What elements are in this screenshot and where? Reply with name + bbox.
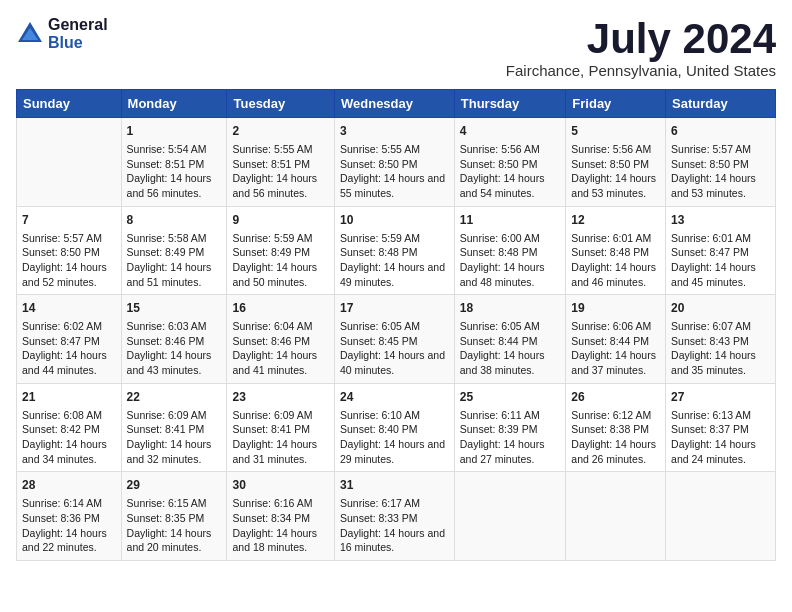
calendar-cell: 7 Sunrise: 5:57 AM Sunset: 8:50 PM Dayli…	[17, 206, 122, 295]
calendar-cell: 27 Sunrise: 6:13 AM Sunset: 8:37 PM Dayl…	[666, 383, 776, 472]
logo-icon	[16, 20, 44, 48]
day-number: 20	[671, 300, 770, 317]
sunset: Sunset: 8:48 PM	[571, 246, 649, 258]
day-number: 12	[571, 212, 660, 229]
week-row-5: 28 Sunrise: 6:14 AM Sunset: 8:36 PM Dayl…	[17, 472, 776, 561]
daylight: Daylight: 14 hours and 51 minutes.	[127, 261, 212, 288]
day-number: 28	[22, 477, 116, 494]
sunset: Sunset: 8:39 PM	[460, 423, 538, 435]
week-row-3: 14 Sunrise: 6:02 AM Sunset: 8:47 PM Dayl…	[17, 295, 776, 384]
subtitle: Fairchance, Pennsylvania, United States	[506, 62, 776, 79]
calendar-cell: 9 Sunrise: 5:59 AM Sunset: 8:49 PM Dayli…	[227, 206, 335, 295]
header-day-sunday: Sunday	[17, 90, 122, 118]
calendar-cell: 10 Sunrise: 5:59 AM Sunset: 8:48 PM Dayl…	[334, 206, 454, 295]
sunset: Sunset: 8:50 PM	[340, 158, 418, 170]
calendar-cell	[454, 472, 566, 561]
calendar-cell: 19 Sunrise: 6:06 AM Sunset: 8:44 PM Dayl…	[566, 295, 666, 384]
sunrise: Sunrise: 5:57 AM	[671, 143, 751, 155]
title-area: July 2024 Fairchance, Pennsylvania, Unit…	[506, 16, 776, 79]
day-number: 30	[232, 477, 329, 494]
sunrise: Sunrise: 6:16 AM	[232, 497, 312, 509]
day-number: 22	[127, 389, 222, 406]
header-day-thursday: Thursday	[454, 90, 566, 118]
sunset: Sunset: 8:51 PM	[127, 158, 205, 170]
header-row: SundayMondayTuesdayWednesdayThursdayFrid…	[17, 90, 776, 118]
daylight: Daylight: 14 hours and 27 minutes.	[460, 438, 545, 465]
header: General Blue July 2024 Fairchance, Penns…	[16, 16, 776, 79]
daylight: Daylight: 14 hours and 55 minutes.	[340, 172, 445, 199]
calendar-cell: 23 Sunrise: 6:09 AM Sunset: 8:41 PM Dayl…	[227, 383, 335, 472]
daylight: Daylight: 14 hours and 22 minutes.	[22, 527, 107, 554]
day-number: 23	[232, 389, 329, 406]
sunrise: Sunrise: 6:04 AM	[232, 320, 312, 332]
sunset: Sunset: 8:44 PM	[460, 335, 538, 347]
sunrise: Sunrise: 5:55 AM	[340, 143, 420, 155]
sunset: Sunset: 8:47 PM	[22, 335, 100, 347]
calendar-cell: 21 Sunrise: 6:08 AM Sunset: 8:42 PM Dayl…	[17, 383, 122, 472]
header-day-monday: Monday	[121, 90, 227, 118]
sunrise: Sunrise: 6:06 AM	[571, 320, 651, 332]
sunrise: Sunrise: 6:03 AM	[127, 320, 207, 332]
sunrise: Sunrise: 5:59 AM	[340, 232, 420, 244]
daylight: Daylight: 14 hours and 40 minutes.	[340, 349, 445, 376]
daylight: Daylight: 14 hours and 54 minutes.	[460, 172, 545, 199]
daylight: Daylight: 14 hours and 32 minutes.	[127, 438, 212, 465]
calendar-cell	[17, 118, 122, 207]
sunset: Sunset: 8:33 PM	[340, 512, 418, 524]
daylight: Daylight: 14 hours and 41 minutes.	[232, 349, 317, 376]
header-day-saturday: Saturday	[666, 90, 776, 118]
calendar-cell: 13 Sunrise: 6:01 AM Sunset: 8:47 PM Dayl…	[666, 206, 776, 295]
day-number: 8	[127, 212, 222, 229]
daylight: Daylight: 14 hours and 34 minutes.	[22, 438, 107, 465]
calendar-cell	[566, 472, 666, 561]
sunset: Sunset: 8:34 PM	[232, 512, 310, 524]
daylight: Daylight: 14 hours and 45 minutes.	[671, 261, 756, 288]
sunset: Sunset: 8:40 PM	[340, 423, 418, 435]
sunrise: Sunrise: 5:56 AM	[460, 143, 540, 155]
day-number: 27	[671, 389, 770, 406]
calendar-cell: 24 Sunrise: 6:10 AM Sunset: 8:40 PM Dayl…	[334, 383, 454, 472]
day-number: 4	[460, 123, 561, 140]
sunset: Sunset: 8:49 PM	[232, 246, 310, 258]
day-number: 10	[340, 212, 449, 229]
sunset: Sunset: 8:36 PM	[22, 512, 100, 524]
sunrise: Sunrise: 5:58 AM	[127, 232, 207, 244]
sunrise: Sunrise: 6:15 AM	[127, 497, 207, 509]
calendar-cell: 14 Sunrise: 6:02 AM Sunset: 8:47 PM Dayl…	[17, 295, 122, 384]
header-day-wednesday: Wednesday	[334, 90, 454, 118]
day-number: 21	[22, 389, 116, 406]
day-number: 25	[460, 389, 561, 406]
header-day-tuesday: Tuesday	[227, 90, 335, 118]
sunset: Sunset: 8:35 PM	[127, 512, 205, 524]
daylight: Daylight: 14 hours and 48 minutes.	[460, 261, 545, 288]
sunrise: Sunrise: 6:05 AM	[340, 320, 420, 332]
daylight: Daylight: 14 hours and 35 minutes.	[671, 349, 756, 376]
day-number: 13	[671, 212, 770, 229]
day-number: 9	[232, 212, 329, 229]
daylight: Daylight: 14 hours and 16 minutes.	[340, 527, 445, 554]
sunrise: Sunrise: 6:07 AM	[671, 320, 751, 332]
calendar-cell: 22 Sunrise: 6:09 AM Sunset: 8:41 PM Dayl…	[121, 383, 227, 472]
calendar-cell: 15 Sunrise: 6:03 AM Sunset: 8:46 PM Dayl…	[121, 295, 227, 384]
calendar-cell: 26 Sunrise: 6:12 AM Sunset: 8:38 PM Dayl…	[566, 383, 666, 472]
sunset: Sunset: 8:47 PM	[671, 246, 749, 258]
day-number: 14	[22, 300, 116, 317]
calendar-body: 1 Sunrise: 5:54 AM Sunset: 8:51 PM Dayli…	[17, 118, 776, 561]
sunset: Sunset: 8:48 PM	[460, 246, 538, 258]
calendar-cell: 30 Sunrise: 6:16 AM Sunset: 8:34 PM Dayl…	[227, 472, 335, 561]
calendar-header: SundayMondayTuesdayWednesdayThursdayFrid…	[17, 90, 776, 118]
sunrise: Sunrise: 6:02 AM	[22, 320, 102, 332]
week-row-4: 21 Sunrise: 6:08 AM Sunset: 8:42 PM Dayl…	[17, 383, 776, 472]
sunrise: Sunrise: 6:00 AM	[460, 232, 540, 244]
sunset: Sunset: 8:49 PM	[127, 246, 205, 258]
sunrise: Sunrise: 6:13 AM	[671, 409, 751, 421]
sunset: Sunset: 8:50 PM	[460, 158, 538, 170]
day-number: 31	[340, 477, 449, 494]
main-title: July 2024	[506, 16, 776, 62]
day-number: 18	[460, 300, 561, 317]
daylight: Daylight: 14 hours and 44 minutes.	[22, 349, 107, 376]
logo-blue: Blue	[48, 34, 108, 52]
sunrise: Sunrise: 6:12 AM	[571, 409, 651, 421]
calendar-cell: 8 Sunrise: 5:58 AM Sunset: 8:49 PM Dayli…	[121, 206, 227, 295]
day-number: 19	[571, 300, 660, 317]
